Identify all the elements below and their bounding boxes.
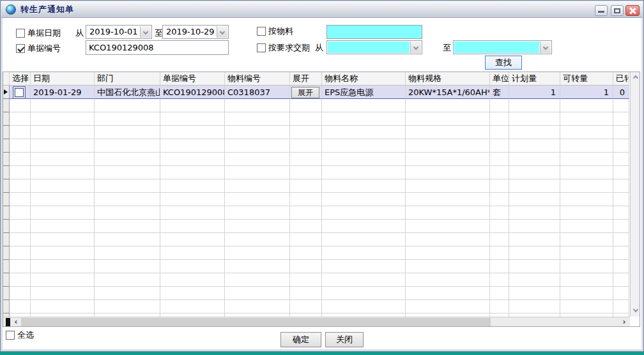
cell-planned-qty [509, 233, 560, 246]
cell-department[interactable]: 中国石化北京燕山 [95, 86, 160, 99]
table-row[interactable]: 2019-01-29中国石化北京燕山KCO190129008C0318037展开… [3, 86, 629, 99]
cell-transferred-qty[interactable]: 0 [613, 86, 629, 99]
cell-doc-no [160, 300, 225, 313]
cell-unit[interactable]: 套 [490, 86, 509, 99]
docno-input[interactable]: KCO190129008 [86, 40, 229, 55]
scroll-up-button[interactable] [631, 72, 640, 83]
column-header-1[interactable]: 日期 [31, 72, 95, 85]
cell-material-name [322, 126, 406, 139]
cell-date [31, 300, 95, 313]
cell-transferred-qty [613, 273, 629, 287]
column-header-9[interactable]: 计划量 [509, 72, 560, 85]
cell-transferable-qty [560, 220, 613, 233]
delivery-from-combobox[interactable] [326, 40, 422, 54]
material-filter-checkbox[interactable] [257, 27, 266, 36]
date-filter-checkbox[interactable] [16, 29, 25, 38]
table-row-empty [3, 287, 629, 300]
cell-department [95, 112, 160, 126]
cell-doc-no [160, 126, 225, 139]
vertical-scrollbar[interactable] [630, 72, 640, 317]
date-from-dropdown-button[interactable] [140, 26, 151, 38]
search-button[interactable]: 查找 [485, 56, 522, 70]
date-from-combobox[interactable]: 2019-10-01 [86, 25, 152, 39]
table-row-empty [3, 233, 629, 246]
docno-filter-checkbox[interactable] [16, 44, 25, 53]
cell-spec [406, 246, 490, 260]
row-selector-cell [3, 260, 10, 273]
cell-material-no[interactable]: C0318037 [225, 86, 290, 99]
scroll-anchor-block [6, 318, 10, 326]
table-row-empty [3, 246, 629, 260]
cell-select[interactable] [10, 86, 31, 99]
delivery-to-combobox[interactable] [453, 40, 552, 54]
column-header-2[interactable]: 部门 [95, 72, 160, 85]
column-header-4[interactable]: 物料编号 [225, 72, 290, 85]
column-header-3[interactable]: 单据编号 [160, 72, 225, 85]
date-to-combobox[interactable]: 2019-10-29 [162, 25, 229, 39]
cell-department [95, 300, 160, 313]
cell-select [10, 300, 31, 313]
cell-material-no [225, 139, 290, 153]
cell-department [95, 166, 160, 179]
cell-select [10, 166, 31, 179]
date-from-label: 从 [75, 28, 84, 38]
column-header-0[interactable]: 选择 [10, 72, 31, 85]
cell-transferable-qty[interactable]: 1 [560, 86, 613, 99]
cell-planned-qty [509, 300, 560, 313]
horizontal-scroll-thumb[interactable] [21, 318, 491, 326]
close-icon [629, 7, 636, 15]
cell-unit [490, 179, 509, 193]
cell-transferred-qty [613, 193, 629, 206]
cell-planned-qty [509, 260, 560, 273]
dialog-close-button[interactable]: 关闭 [325, 332, 364, 347]
cell-doc-no [160, 193, 225, 206]
cell-department [95, 246, 160, 260]
cell-material-no [225, 246, 290, 260]
material-input[interactable] [326, 25, 422, 39]
column-header-6[interactable]: 物料名称 [322, 72, 406, 85]
column-header-11[interactable]: 已转 [613, 72, 629, 85]
cell-spec [406, 126, 490, 139]
delivery-from-dropdown-button[interactable] [410, 42, 421, 53]
delivery-to-dropdown-button[interactable] [540, 42, 551, 53]
cell-doc-no[interactable]: KCO190129008 [160, 86, 225, 99]
cell-planned-qty[interactable]: 1 [509, 86, 560, 99]
date-to-dropdown-button[interactable] [217, 26, 227, 38]
cell-material-name [322, 206, 406, 220]
cell-spec[interactable]: 20KW*15A*1/60AH*19 [406, 86, 490, 99]
cell-expand[interactable]: 展开 [290, 86, 322, 99]
cell-planned-qty [509, 179, 560, 193]
scroll-down-button[interactable] [631, 306, 640, 317]
table-row-empty [3, 126, 629, 139]
cell-transferred-qty [613, 139, 629, 153]
grid-body: 2019-01-29中国石化北京燕山KCO190129008C0318037展开… [3, 86, 629, 317]
cell-doc-no [160, 260, 225, 273]
close-button[interactable] [625, 5, 640, 16]
material-filter-label: 按物料 [268, 26, 293, 36]
cell-material-name[interactable]: EPS应急电源 [322, 86, 406, 99]
row-selector-cell [3, 220, 10, 233]
minimize-button[interactable] [595, 5, 608, 16]
scroll-right-button[interactable]: › [620, 318, 629, 327]
expand-button[interactable]: 展开 [291, 87, 319, 98]
row-select-checkbox[interactable] [15, 88, 24, 97]
scroll-left-button[interactable]: ‹ [12, 318, 20, 327]
column-header-8[interactable]: 单位 [490, 72, 509, 85]
maximize-button[interactable] [611, 5, 624, 16]
row-selector-cell [3, 233, 10, 246]
column-header-7[interactable]: 物料规格 [406, 72, 490, 85]
cell-material-name [322, 220, 406, 233]
select-all-checkbox[interactable] [6, 331, 15, 340]
cell-date[interactable]: 2019-01-29 [31, 86, 95, 99]
cell-select [10, 179, 31, 193]
horizontal-scrollbar[interactable]: ‹ › [3, 317, 630, 327]
delivery-filter-checkbox[interactable] [257, 43, 266, 52]
date-to-value: 2019-10-29 [166, 26, 215, 38]
cell-transferable-qty [560, 179, 613, 193]
cell-material-no [225, 220, 290, 233]
table-row-empty [3, 300, 629, 313]
row-selector-cell [3, 193, 10, 206]
column-header-10[interactable]: 可转量 [560, 72, 613, 85]
ok-button[interactable]: 确定 [280, 332, 321, 347]
column-header-5[interactable]: 展开 [290, 72, 322, 85]
